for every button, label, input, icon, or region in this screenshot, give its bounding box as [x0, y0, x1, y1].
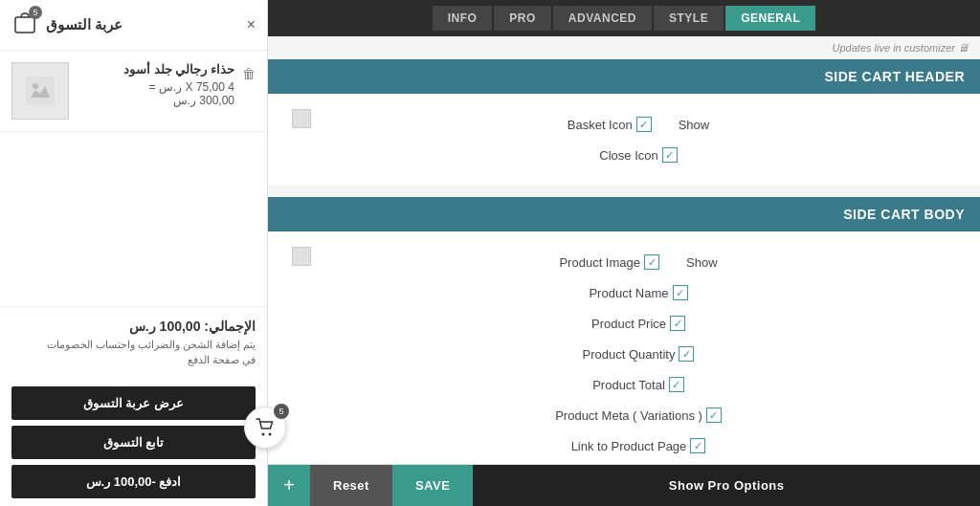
svg-point-2 [33, 83, 38, 89]
cart-item-image [11, 62, 69, 120]
cart-item-info: حذاء رجالي جلد أسود 4 X 75,00 ر.س = 300,… [77, 62, 234, 107]
product-price-label: Product Price ✓ [591, 316, 685, 331]
cart-item-price: 4 X 75,00 ر.س = 300,00 ر.س [77, 80, 234, 107]
plus-button[interactable]: + [268, 465, 310, 507]
header-options: Basket Icon ✓ Show Close Icon ✓ [316, 109, 961, 170]
product-price-row: Product Price ✓ [591, 316, 685, 331]
link-product-label: Link to Product Page ✓ [571, 438, 706, 453]
side-cart-body-title: SIDE CART BODY [268, 197, 980, 231]
cart-badge: 5 [29, 6, 42, 19]
basket-icon-checkbox[interactable]: ✓ [636, 117, 652, 132]
product-quantity-row: Product Quantity ✓ [583, 346, 695, 362]
bottom-bar: + Reset SAVE Show Pro Options [268, 464, 980, 506]
cart-header: × عربة التسوق 5 [0, 0, 267, 51]
save-button[interactable]: SAVE [392, 465, 473, 507]
main-content: Updates live in customizer 🖥 SIDE CART H… [268, 36, 980, 464]
basket-show-label: Show [679, 118, 710, 132]
close-icon-checkbox[interactable]: ✓ [662, 147, 678, 163]
side-cart-body-section: SIDE CART BODY Product Image ✓ Show [268, 197, 980, 464]
pay-button[interactable]: ادفع -100,00 ر.س [11, 465, 256, 498]
product-total-row: Product Total ✓ [592, 377, 684, 392]
product-image-label: Product Image ✓ [559, 254, 659, 270]
basket-icon-label: Basket Icon ✓ [568, 117, 652, 132]
cart-total-note: يتم إضافة الشحن والضرائب واحتساب الخصوما… [11, 338, 256, 367]
body-options: Product Image ✓ Show Product Name ✓ [316, 247, 961, 461]
product-image-row: Product Image ✓ Show [559, 254, 717, 270]
cart-float-icon [255, 417, 276, 438]
side-cart-header-section: SIDE CART HEADER Basket Icon ✓ Show [268, 59, 980, 186]
side-cart-header-title: SIDE CART HEADER [268, 59, 980, 94]
product-meta-row: Product Meta ( Variations ) ✓ [555, 407, 722, 423]
product-name-row: Product Name ✓ [589, 285, 687, 300]
product-meta-checkbox[interactable]: ✓ [706, 407, 722, 423]
product-quantity-checkbox[interactable]: ✓ [679, 346, 694, 362]
product-name-label: Product Name ✓ [589, 285, 687, 300]
product-meta-label: Product Meta ( Variations ) ✓ [555, 407, 722, 423]
body-preview-img [292, 247, 311, 266]
right-panel: INFO PRO ADVANCED STYLE GENERAL Updates … [268, 0, 980, 506]
side-cart-body-body: Product Image ✓ Show Product Name ✓ [268, 231, 980, 464]
cart-sidebar: × عربة التسوق 5 🗑 حذاء رجالي جلد أسود 4 … [0, 0, 268, 506]
close-icon-row: Close Icon ✓ [599, 147, 677, 163]
product-total-label: Product Total ✓ [592, 377, 684, 392]
svg-point-3 [262, 433, 265, 436]
tab-general[interactable]: GENERAL [725, 6, 815, 31]
tab-pro[interactable]: PRO [494, 6, 551, 31]
cart-total-section: الإجمالي: 100,00 ر.س يتم إضافة الشحن وال… [0, 306, 267, 379]
tab-info[interactable]: INFO [433, 6, 493, 31]
reset-button[interactable]: Reset [310, 465, 392, 507]
cart-item-name: حذاء رجالي جلد أسود [77, 62, 234, 77]
cart-title-area: عربة التسوق 5 [11, 10, 237, 40]
cart-title: عربة التسوق [46, 16, 122, 33]
header-img-col [287, 109, 316, 128]
floating-cart-button[interactable]: 5 [244, 407, 286, 449]
body-show-label: Show [686, 255, 718, 270]
product-total-checkbox[interactable]: ✓ [669, 377, 684, 392]
view-cart-button[interactable]: عرض عربة التسوق [11, 386, 256, 420]
product-quantity-label: Product Quantity ✓ [583, 346, 695, 362]
cart-item: 🗑 حذاء رجالي جلد أسود 4 X 75,00 ر.س = 30… [0, 51, 267, 132]
svg-rect-0 [15, 17, 34, 33]
product-price-checkbox[interactable]: ✓ [670, 316, 685, 331]
header-preview-img [292, 109, 311, 128]
close-icon-label: Close Icon ✓ [599, 147, 677, 163]
continue-shopping-button[interactable]: تابع التسوق [11, 426, 256, 459]
delete-item-icon[interactable]: 🗑 [242, 66, 256, 81]
close-button[interactable]: × [247, 16, 256, 33]
cart-buttons: عرض عربة التسوق تابع التسوق ادفع -100,00… [0, 379, 267, 506]
link-product-row: Link to Product Page ✓ [571, 438, 706, 453]
product-image-checkbox[interactable]: ✓ [644, 254, 659, 270]
show-pro-options-button[interactable]: Show Pro Options [473, 465, 980, 507]
cart-icon-wrap: 5 [11, 10, 38, 40]
basket-icon-row: Basket Icon ✓ Show [568, 117, 709, 132]
product-name-checkbox[interactable]: ✓ [673, 285, 688, 300]
cart-total-label: الإجمالي: 100,00 ر.س [11, 319, 256, 334]
body-img-col [287, 247, 316, 266]
updates-note: Updates live in customizer 🖥 [268, 36, 980, 59]
svg-rect-1 [26, 77, 55, 105]
side-cart-header-body: Basket Icon ✓ Show Close Icon ✓ [268, 94, 980, 186]
tab-advanced[interactable]: ADVANCED [553, 6, 652, 31]
svg-point-4 [269, 433, 272, 436]
link-product-checkbox[interactable]: ✓ [690, 438, 705, 453]
floating-cart-badge: 5 [274, 404, 289, 419]
tab-style[interactable]: STYLE [654, 6, 724, 31]
top-tabs: INFO PRO ADVANCED STYLE GENERAL [268, 0, 980, 36]
